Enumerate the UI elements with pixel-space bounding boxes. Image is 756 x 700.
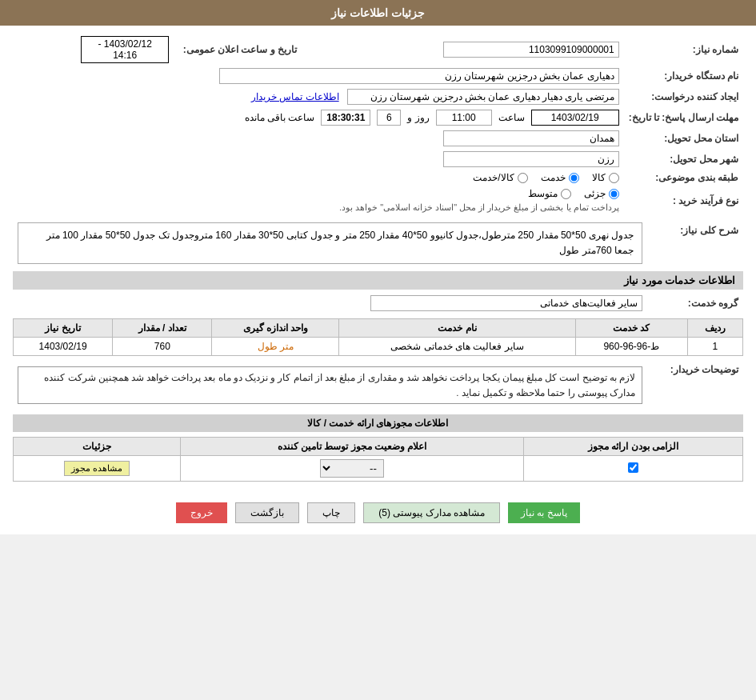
purchase-type-row: نوع فرآیند خرید : جزئی متوسط [13,186,743,215]
service-grid-header: ردیف کد خدمت نام خدمت واحد اندازه گیری ت… [14,319,743,338]
license-row: -- مشاهده مجوز [14,456,743,482]
province-row: استان محل تحویل: همدان [13,128,743,149]
deadline-label: مهلت ارسال پاسخ: تا تاریخ: [624,107,743,128]
notes-value: لازم به توضیح است کل مبلغ پیمان یکجا پرد… [13,361,647,410]
description-label: شرح کلی نیاز: [647,220,743,266]
notes-row: توضیحات خریدار: لازم به توضیح است کل مبل… [13,361,743,410]
service-group-table: گروه خدمت: سایر فعالیت‌های خدماتی [13,293,743,314]
purchase-type-label: نوع فرآیند خرید : [624,186,743,215]
purchase-jozii-radio[interactable] [609,189,619,199]
province-label: استان محل تحویل: [624,128,743,149]
category-kala-radio[interactable] [609,173,619,183]
category-khedmat-radio[interactable] [569,173,579,183]
city-label: شهر محل تحویل: [624,149,743,170]
category-khedmat-label: خدمت [541,172,566,183]
license-col-required: الزامی بودن ارائه مجوز [524,438,743,456]
need-number-row: شماره نیاز: 1103099109000001 تاریخ و ساع… [13,34,743,66]
need-number-field: 1103099109000001 [443,42,619,58]
announce-date-field: 1403/02/12 - 14:16 [81,36,169,63]
license-table: الزامی بودن ارائه مجوز اعلام وضعیت مجوز … [13,437,743,482]
city-field: رزن [443,151,619,167]
countdown-field: 18:30:31 [321,110,370,126]
category-label: طبقه بندی موضوعی: [624,170,743,186]
table-row: 1 ط-96-96-960 سایر فعالیت های خدماتی شخص… [14,338,743,356]
deadline-date-field: 1403/02/19 [531,110,619,126]
deadline-day-label: روز و [407,112,429,123]
service-group-value: سایر فعالیت‌های خدماتی [13,293,647,314]
province-field: همدان [443,130,619,146]
service-section-title: اطلاعات خدمات مورد نیاز [13,271,743,290]
city-value: رزن [13,149,624,170]
category-both-radio[interactable] [518,173,528,183]
cell-unit: متر طول [212,338,339,356]
service-group-row: گروه خدمت: سایر فعالیت‌های خدماتی [13,293,743,314]
buyer-name-label: نام دستگاه خریدار: [624,66,743,86]
service-group-label: گروه خدمت: [647,293,743,314]
description-table: شرح کلی نیاز: جدول نهری 50*50 مقدار 250 … [13,220,743,266]
notes-table: توضیحات خریدار: لازم به توضیح است کل مبل… [13,361,743,410]
service-group-field: سایر فعالیت‌های خدماتی [370,295,642,311]
need-number-label: شماره نیاز: [624,34,743,66]
city-row: شهر محل تحویل: رزن [13,149,743,170]
purchase-motavasset-radio[interactable] [561,189,571,199]
license-detail-cell: مشاهده مجوز [14,456,181,482]
notes-label: توضیحات خریدار: [647,361,743,410]
cell-code: ط-96-96-960 [575,338,687,356]
view-license-button[interactable]: مشاهده مجوز [64,461,130,476]
license-required-checkbox[interactable] [628,462,638,473]
cell-date: 1403/02/19 [14,338,113,356]
buyer-name-value: دهیاری عمان بخش درجزین شهرستان رزن [13,66,624,86]
need-info-table: شماره نیاز: 1103099109000001 تاریخ و ساع… [13,34,743,215]
deadline-row: مهلت ارسال پاسخ: تا تاریخ: 1403/02/19 سا… [13,107,743,128]
back-button[interactable]: بازگشت [235,502,299,523]
announce-date-label: تاریخ و ساعت اعلان عمومی: [174,34,302,66]
attach-button[interactable]: مشاهده مدارک پیوستی (5) [363,502,500,523]
license-header: الزامی بودن ارائه مجوز اعلام وضعیت مجوز … [14,438,743,456]
category-khedmat[interactable]: خدمت [541,172,579,183]
purchase-jozii[interactable]: جزئی [584,188,619,199]
license-required-cell [524,456,743,482]
exit-button[interactable]: خروج [176,502,227,523]
creator-label: ایجاد کننده درخواست: [624,86,743,107]
page-header: جزئیات اطلاعات نیاز [0,0,756,26]
deadline-value: 1403/02/19 ساعت 11:00 روز و 6 18:30:31 س… [13,107,624,128]
deadline-time-label: ساعت [498,112,525,123]
announce-date-value: 1403/02/12 - 14:16 [13,34,174,66]
page-wrapper: جزئیات اطلاعات نیاز شماره نیاز: 11030991… [0,0,756,534]
col-date: تاریخ نیاز [14,319,113,338]
col-name: نام خدمت [339,319,576,338]
col-unit: واحد اندازه گیری [212,319,339,338]
cell-name: سایر فعالیت های خدماتی شخصی [339,338,576,356]
need-number-value: 1103099109000001 [318,34,624,66]
description-value: جدول نهری 50*50 مقدار 250 مترطول،جدول کا… [13,220,647,266]
print-button[interactable]: چاپ [307,502,355,523]
reply-button[interactable]: پاسخ به نیاز [508,502,580,523]
category-row: طبقه بندی موضوعی: کالا خدمت [13,170,743,186]
cell-row: 1 [687,338,742,356]
contact-link[interactable]: اطلاعات تماس خریدار [251,91,339,102]
bottom-bar: پاسخ به نیاز مشاهده مدارک پیوستی (5) چاپ… [0,494,756,534]
purchase-motavasset-label: متوسط [528,188,558,199]
deadline-remaining-label: ساعت باقی مانده [245,112,315,123]
purchase-motavasset[interactable]: متوسط [528,188,571,199]
category-options: کالا خدمت کالا/خدمت [13,170,624,186]
notes-field: لازم به توضیح است کل مبلغ پیمان یکجا پرد… [18,366,642,404]
category-kala-khedmat[interactable]: کالا/خدمت [473,172,527,183]
license-col-status: اعلام وضعیت مجوز توسط تامین کننده [180,438,523,456]
buyer-name-field: دهیاری عمان بخش درجزین شهرستان رزن [219,68,619,84]
category-both-label: کالا/خدمت [473,172,514,183]
category-kala-label: کالا [592,172,606,183]
content-area: شماره نیاز: 1103099109000001 تاریخ و ساع… [0,26,756,494]
deadline-time-field: 11:00 [436,110,492,126]
license-status-select[interactable]: -- [320,459,384,478]
service-data-grid: ردیف کد خدمت نام خدمت واحد اندازه گیری ت… [13,318,743,356]
purchase-note: پرداخت تمام یا بخشی از مبلغ خریدار از مح… [18,202,619,213]
purchase-jozii-label: جزئی [584,188,606,199]
license-status-cell: -- [180,456,523,482]
category-kala[interactable]: کالا [592,172,619,183]
buyer-name-row: نام دستگاه خریدار: دهیاری عمان بخش درجزی… [13,66,743,86]
page-title: جزئیات اطلاعات نیاز [331,6,425,19]
creator-field: مرتضی یاری دهیار دهیاری عمان بخش درجزین … [347,89,619,105]
col-qty: تعداد / مقدار [113,319,212,338]
description-row: شرح کلی نیاز: جدول نهری 50*50 مقدار 250 … [13,220,743,266]
